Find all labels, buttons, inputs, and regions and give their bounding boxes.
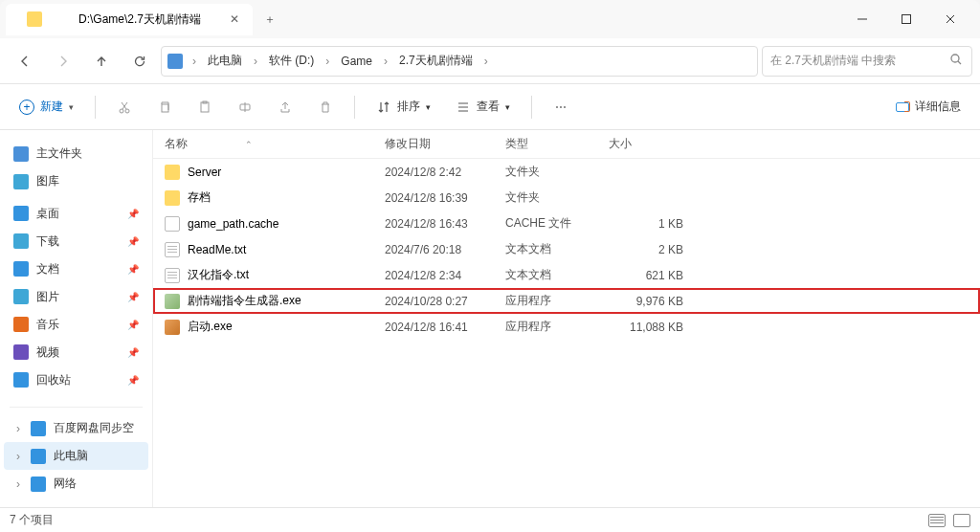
- cut-button[interactable]: [107, 92, 142, 122]
- view-large-icon[interactable]: [953, 514, 970, 527]
- file-row[interactable]: game_path.cache2024/12/8 16:43CACHE 文件1 …: [153, 211, 980, 236]
- file-list[interactable]: Server2024/12/8 2:42文件夹存档2024/12/8 16:39…: [153, 159, 980, 507]
- content-area: 主文件夹 图库 桌面📌 下载📌 文档📌 图片📌 音乐📌 视频📌 回收站📌 ›百度…: [0, 130, 980, 507]
- file-row[interactable]: Server2024/12/8 2:42文件夹: [153, 159, 980, 185]
- details-label: 详细信息: [915, 99, 961, 115]
- view-icon: [456, 100, 471, 115]
- sort-icon: [376, 100, 391, 115]
- pin-icon: 📌: [127, 292, 139, 302]
- new-label: 新建: [40, 99, 63, 115]
- breadcrumb-item[interactable]: 2.7天机剧情端: [393, 49, 479, 73]
- search-input[interactable]: 在 2.7天机剧情端 中搜索: [762, 46, 972, 77]
- rename-button[interactable]: [228, 92, 262, 122]
- minimize-button[interactable]: [840, 4, 884, 34]
- details-button[interactable]: 详细信息: [886, 93, 970, 121]
- sidebar-item-downloads[interactable]: 下载📌: [4, 228, 148, 255]
- window-controls: [840, 4, 972, 34]
- more-button[interactable]: ⋯: [544, 92, 578, 122]
- view-label: 查看: [477, 99, 500, 115]
- file-row[interactable]: 汉化指令.txt2024/12/8 2:34文本文档621 KB: [153, 262, 980, 288]
- maximize-button[interactable]: [884, 4, 928, 34]
- chevron-right-icon: ›: [250, 55, 261, 68]
- search-icon: [948, 52, 964, 70]
- sidebar-item-pictures[interactable]: 图片📌: [4, 283, 148, 311]
- file-date: 2024/12/8 2:42: [385, 166, 505, 179]
- tab-close-icon[interactable]: ✕: [230, 12, 239, 26]
- baidu-icon: [31, 421, 46, 436]
- file-type: 文件夹: [505, 189, 609, 206]
- new-button[interactable]: + 新建 ▾: [10, 93, 83, 121]
- share-button[interactable]: [268, 92, 302, 122]
- refresh-button[interactable]: [122, 44, 157, 78]
- sidebar-item-network[interactable]: ›网络: [4, 470, 148, 498]
- new-tab-button[interactable]: ＋: [253, 4, 287, 35]
- sidebar-item-home[interactable]: 主文件夹: [4, 140, 148, 167]
- view-details-icon[interactable]: [928, 514, 946, 527]
- chevron-right-icon: ›: [322, 55, 333, 68]
- pin-icon: 📌: [127, 347, 139, 358]
- sidebar-item-trash[interactable]: 回收站📌: [4, 366, 148, 394]
- sort-label: 排序: [397, 99, 420, 115]
- sidebar-label: 视频: [36, 344, 59, 361]
- pictures-icon: [13, 289, 29, 304]
- file-row[interactable]: ReadMe.txt2024/7/6 20:18文本文档2 KB: [153, 236, 980, 262]
- trash-icon: [13, 372, 29, 388]
- pc-icon: [31, 449, 46, 464]
- file-row[interactable]: 启动.exe2024/12/8 16:41应用程序11,088 KB: [153, 314, 980, 340]
- file-icon: [165, 165, 180, 180]
- sort-button[interactable]: 排序 ▾: [367, 93, 440, 121]
- file-icon: [165, 294, 180, 309]
- sidebar-item-desktop[interactable]: 桌面📌: [4, 200, 148, 228]
- file-row[interactable]: 存档2024/12/8 16:39文件夹: [153, 185, 980, 211]
- chevron-down-icon: ▾: [426, 102, 431, 112]
- column-size[interactable]: 大小: [609, 136, 695, 152]
- copy-button[interactable]: [147, 92, 182, 122]
- column-date[interactable]: 修改日期: [385, 136, 505, 152]
- sidebar-label: 百度网盘同步空: [54, 420, 134, 436]
- file-name: 启动.exe: [188, 319, 233, 335]
- chevron-right-icon: ›: [13, 422, 23, 435]
- sidebar-item-music[interactable]: 音乐📌: [4, 311, 148, 339]
- file-date: 2024/7/6 20:18: [385, 243, 505, 256]
- column-type[interactable]: 类型: [505, 136, 609, 152]
- sidebar-item-baidu[interactable]: ›百度网盘同步空: [4, 414, 148, 442]
- delete-button[interactable]: [308, 92, 343, 122]
- breadcrumb-item[interactable]: 软件 (D:): [263, 49, 320, 73]
- file-type: 文本文档: [505, 241, 609, 257]
- up-button[interactable]: [84, 44, 119, 78]
- main-pane: 名称⌃ 修改日期 类型 大小 Server2024/12/8 2:42文件夹存档…: [153, 130, 980, 507]
- close-button[interactable]: [928, 4, 972, 34]
- breadcrumb[interactable]: › 此电脑 › 软件 (D:) › Game › 2.7天机剧情端 ›: [161, 46, 758, 77]
- svg-point-4: [951, 55, 959, 62]
- sidebar-item-documents[interactable]: 文档📌: [4, 255, 148, 283]
- file-icon: [165, 242, 180, 257]
- file-size: 621 KB: [609, 269, 695, 282]
- breadcrumb-item[interactable]: Game: [335, 51, 378, 72]
- pin-icon: 📌: [127, 375, 139, 386]
- view-button[interactable]: 查看 ▾: [446, 93, 520, 121]
- sidebar-item-videos[interactable]: 视频📌: [4, 339, 148, 366]
- file-type: 应用程序: [505, 319, 609, 335]
- tab-current[interactable]: D:\Game\2.7天机剧情端 ✕: [6, 4, 253, 35]
- sidebar-item-thispc[interactable]: ›此电脑: [4, 442, 148, 470]
- back-button[interactable]: [8, 44, 42, 78]
- music-icon: [13, 317, 29, 332]
- sidebar-item-gallery[interactable]: 图库: [4, 167, 148, 195]
- sidebar-label: 主文件夹: [36, 145, 82, 162]
- status-count: 7 个项目: [10, 512, 54, 528]
- chevron-down-icon: ▾: [505, 102, 510, 112]
- column-name[interactable]: 名称⌃: [165, 136, 385, 152]
- file-type: 文件夹: [505, 164, 609, 180]
- file-row[interactable]: 剧情端指令生成器.exe2024/10/28 0:27应用程序9,976 KB: [153, 288, 980, 314]
- file-icon: [165, 268, 180, 283]
- file-name: 存档: [188, 189, 211, 206]
- folder-icon: [27, 11, 42, 27]
- paste-button[interactable]: [188, 92, 222, 122]
- chevron-right-icon: ›: [380, 55, 391, 68]
- file-name: 剧情端指令生成器.exe: [188, 293, 301, 309]
- file-name: game_path.cache: [188, 217, 278, 231]
- forward-button[interactable]: [46, 44, 80, 78]
- sidebar-label: 文档: [36, 261, 59, 277]
- breadcrumb-item[interactable]: 此电脑: [202, 49, 248, 73]
- svg-line-5: [958, 61, 961, 64]
